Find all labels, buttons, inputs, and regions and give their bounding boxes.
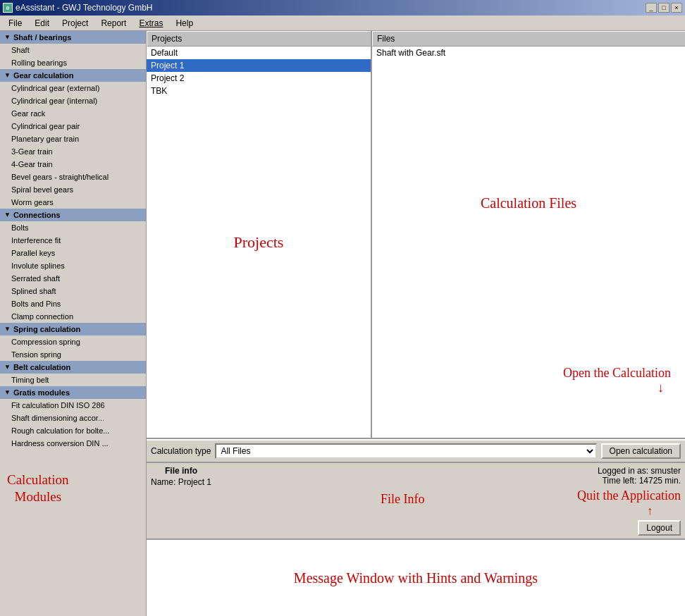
menu-edit[interactable]: Edit — [29, 17, 55, 30]
calc-type-label: Calculation type — [151, 446, 211, 456]
projects-files-area: Projects Default Project 1 Project 2 TBK… — [147, 31, 685, 439]
sidebar-item-bolts[interactable]: Bolts — [0, 221, 146, 234]
main-container: Shaft / bearings Shaft Rolling bearings … — [0, 31, 685, 616]
sidebar-item-spiral-bevel-gears[interactable]: Spiral bevel gears — [0, 183, 146, 196]
files-panel-header: Files — [372, 31, 685, 47]
sidebar-item-splined-shaft[interactable]: Splined shaft — [0, 285, 146, 297]
sidebar-item-compression-spring[interactable]: Compression spring — [0, 335, 146, 348]
sidebar-section-shaft-bearings[interactable]: Shaft / bearings — [0, 31, 146, 44]
sidebar-item-timing-belt[interactable]: Timing belt — [0, 374, 146, 386]
project-item-project2[interactable]: Project 2 — [147, 72, 371, 85]
files-panel: Files Shaft with Gear.sft Calculation Fi… — [372, 31, 685, 438]
menu-report[interactable]: Report — [95, 17, 132, 30]
maximize-button[interactable]: □ — [658, 3, 669, 13]
message-window: Message Window with Hints and Warnings — [147, 538, 685, 616]
sidebar-section-gratis-modules[interactable]: Gratis modules — [0, 386, 146, 399]
sidebar-item-rough-calculation[interactable]: Rough calculation for bolte... — [0, 424, 146, 437]
menu-extras[interactable]: Extras — [133, 17, 168, 30]
sidebar-item-rolling-bearings[interactable]: Rolling bearings — [0, 56, 146, 69]
sidebar-item-tension-spring[interactable]: Tension spring — [0, 348, 146, 361]
title-bar-controls[interactable]: _ □ × — [646, 3, 682, 13]
calc-files-annotation: Calculation Files — [481, 195, 576, 211]
sidebar-item-shaft[interactable]: Shaft — [0, 44, 146, 56]
sidebar-section-spring-calculation[interactable]: Spring calculation — [0, 323, 146, 335]
sidebar-item-parallel-keys[interactable]: Parallel keys — [0, 247, 146, 259]
file-item-shaft-gear[interactable]: Shaft with Gear.sft — [372, 47, 685, 59]
sidebar-section-connections[interactable]: Connections — [0, 209, 146, 221]
calc-type-select[interactable]: All Files Shaft Gear Spring Belt — [215, 443, 596, 459]
title-bar: e eAssistant - GWJ Technology GmbH _ □ × — [0, 0, 685, 16]
sidebar-item-cylindrical-gear-internal[interactable]: Cylindrical gear (internal) — [0, 94, 146, 107]
sidebar-item-involute-splines[interactable]: Involute splines — [0, 259, 146, 272]
projects-panel-header: Projects — [147, 31, 371, 47]
projects-panel: Projects Default Project 1 Project 2 TBK… — [147, 31, 372, 438]
sidebar-section-belt-calculation[interactable]: Belt calculation — [0, 361, 146, 374]
projects-annotation-label: Projects — [234, 233, 284, 252]
project-item-project1[interactable]: Project 1 — [147, 59, 371, 72]
calc-type-bar: Calculation type All Files Shaft Gear Sp… — [147, 439, 685, 462]
sidebar-item-3-gear-train[interactable]: 3-Gear train — [0, 145, 146, 158]
sidebar-item-serrated-shaft[interactable]: Serrated shaft — [0, 272, 146, 285]
sidebar-item-gear-rack[interactable]: Gear rack — [0, 107, 146, 120]
sidebar-item-interference-fit[interactable]: Interference fit — [0, 234, 146, 247]
close-button[interactable]: × — [671, 3, 682, 13]
sidebar-item-bevel-gears[interactable]: Bevel gears - straight/helical — [0, 171, 146, 183]
files-list: Shaft with Gear.sft Calculation Files Op… — [372, 47, 685, 438]
sidebar-item-cylindrical-gear-pair[interactable]: Cylindrical gear pair — [0, 120, 146, 133]
minimize-button[interactable]: _ — [646, 3, 657, 13]
projects-list: Default Project 1 Project 2 TBK Projects — [147, 47, 371, 438]
project-item-default[interactable]: Default — [147, 47, 371, 59]
sidebar: Shaft / bearings Shaft Rolling bearings … — [0, 31, 147, 616]
sidebar-section-gear-calculation[interactable]: Gear calculation — [0, 69, 146, 82]
sidebar-item-cylindrical-gear-external[interactable]: Cylindrical gear (external) — [0, 82, 146, 94]
file-info-header: File info — [151, 466, 211, 476]
sidebar-item-shaft-dimensioning[interactable]: Shaft dimensioning accor... — [0, 412, 146, 424]
open-calculation-button[interactable]: Open calculation — [601, 443, 681, 459]
open-calc-annotation: Open the Calculation ↓ — [563, 366, 671, 395]
sidebar-item-fit-calculation[interactable]: Fit calculation DIN ISO 286 — [0, 399, 146, 412]
sidebar-item-bolts-and-pins[interactable]: Bolts and Pins — [0, 297, 146, 310]
calc-modules-label: CalculationModules — [7, 472, 69, 506]
menu-project[interactable]: Project — [56, 17, 94, 30]
file-info-name: Name: Project 1 — [151, 477, 211, 487]
file-info-bar: File info Name: Project 1 File Info Logg… — [147, 462, 685, 538]
sidebar-item-4-gear-train[interactable]: 4-Gear train — [0, 158, 146, 171]
title-bar-text: eAssistant - GWJ Technology GmbH — [16, 3, 153, 13]
project-item-tbk[interactable]: TBK — [147, 85, 371, 97]
quit-annotation: Quit the Application — [577, 488, 681, 503]
menu-help[interactable]: Help — [170, 17, 199, 30]
menu-file[interactable]: File — [3, 17, 27, 30]
menu-bar: File Edit Project Report Extras Help — [0, 16, 685, 31]
sidebar-item-planetary-gear-train[interactable]: Planetary gear train — [0, 133, 146, 145]
sidebar-item-worm-gears[interactable]: Worm gears — [0, 196, 146, 209]
sidebar-item-hardness-conversion[interactable]: Hardness conversion DIN ... — [0, 437, 146, 450]
message-window-label: Message Window with Hints and Warnings — [294, 570, 538, 586]
app-icon: e — [3, 3, 13, 13]
right-panel: Projects Default Project 1 Project 2 TBK… — [147, 31, 685, 616]
file-info-annotation: File Info — [381, 492, 425, 507]
sidebar-item-clamp-connection[interactable]: Clamp connection — [0, 310, 146, 323]
file-info-section: File info Name: Project 1 — [151, 466, 211, 487]
logged-in-section: Logged in as: smuster Time left: 14725 m… — [598, 466, 681, 486]
logout-button[interactable]: Logout — [638, 520, 681, 536]
